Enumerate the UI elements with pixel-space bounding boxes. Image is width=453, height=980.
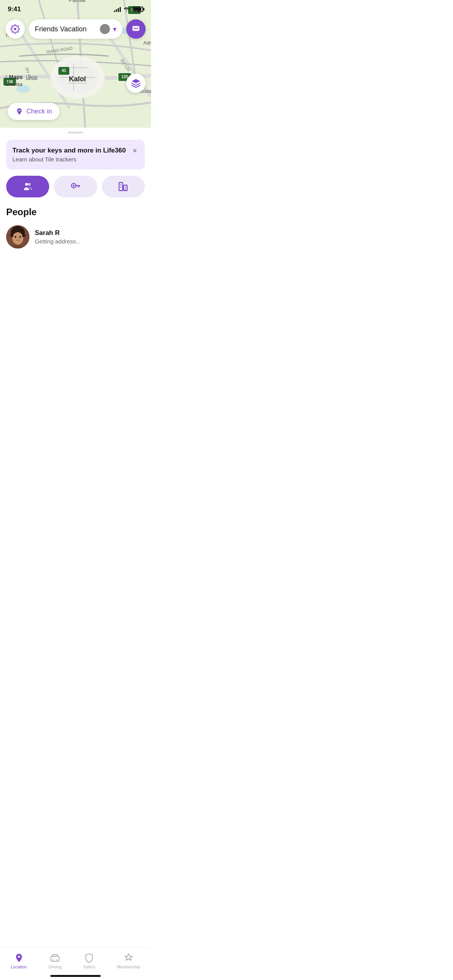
maps-credit:  Maps Legal Sherisa (5, 74, 38, 87)
checkin-label: Check in (26, 108, 52, 115)
key-icon (70, 181, 81, 192)
sherisa-label: Sherisa (5, 81, 38, 87)
building-icon (118, 181, 129, 192)
people-icon (22, 181, 33, 192)
person-name: Sarah R (35, 229, 145, 237)
apple-maps-logo:  Maps (5, 74, 23, 80)
svg-point-43 (15, 236, 16, 238)
svg-point-31 (28, 183, 31, 186)
layers-button[interactable] (126, 74, 146, 93)
status-time: 9:41 (8, 5, 21, 13)
chat-button[interactable] (126, 19, 146, 39)
svg-point-42 (12, 232, 23, 245)
person-row[interactable]: Sarah R Getting address... (6, 225, 145, 255)
people-title: People (6, 207, 145, 218)
legal-link[interactable]: Legal (26, 75, 37, 80)
svg-point-28 (136, 28, 137, 29)
svg-point-33 (73, 185, 75, 187)
bottom-panel: Track your keys and more in Life360 Lear… (0, 132, 151, 293)
chevron-down-icon: ▾ (113, 26, 116, 33)
svg-text:Kalol: Kalol (69, 75, 86, 83)
status-bar: 9:41 (0, 0, 151, 16)
svg-rect-39 (125, 189, 126, 190)
person-status: Getting address... (35, 238, 145, 245)
status-icons (114, 6, 143, 13)
svg-point-44 (19, 236, 21, 238)
gear-icon (10, 24, 20, 34)
person-avatar (6, 225, 29, 248)
signal-icon (114, 7, 121, 12)
places-tab-button[interactable] (102, 176, 145, 197)
svg-point-29 (137, 28, 138, 29)
settings-button[interactable] (5, 19, 25, 39)
person-info: Sarah R Getting address... (35, 229, 145, 245)
svg-text:Adr: Adr (143, 40, 151, 46)
tile-title: Track your keys and more in Life360 (12, 147, 131, 154)
battery-icon (132, 7, 143, 12)
quick-actions (0, 176, 151, 197)
checkin-button[interactable]: Check in (8, 103, 60, 120)
group-selector[interactable]: Friends Vacation ▾ (29, 19, 122, 39)
map-view[interactable]: 138 41 133 138 Pansar hhatral Adr Titoda… (0, 0, 151, 128)
drag-handle[interactable] (68, 132, 83, 134)
group-name: Friends Vacation (35, 25, 100, 33)
tile-text: Track your keys and more in Life360 Lear… (12, 147, 131, 163)
svg-rect-38 (125, 187, 126, 188)
svg-text:41: 41 (62, 69, 66, 73)
nav-spacer (0, 255, 151, 286)
chat-icon (131, 24, 141, 34)
people-section: People (0, 207, 151, 255)
checkin-icon (15, 108, 23, 115)
layers-icon (131, 78, 141, 88)
tile-close-button[interactable]: × (131, 147, 139, 154)
tile-subtitle: Learn about Tile trackers (12, 156, 131, 163)
svg-rect-37 (120, 187, 121, 187)
top-bar: Friends Vacation ▾ (0, 19, 151, 39)
svg-point-27 (134, 28, 135, 29)
wifi-icon (123, 6, 130, 13)
svg-point-30 (25, 183, 28, 186)
svg-rect-36 (120, 184, 121, 185)
tile-tab-button[interactable] (54, 176, 97, 197)
people-tab-button[interactable] (6, 176, 49, 197)
tile-banner: Track your keys and more in Life360 Lear… (6, 140, 145, 170)
group-avatar (100, 24, 110, 34)
